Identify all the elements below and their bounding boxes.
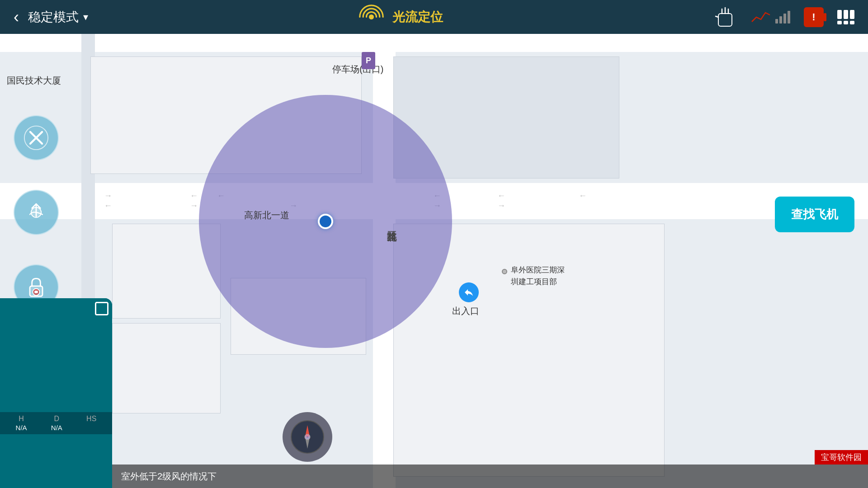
label-parking: 停车场(出口) (332, 63, 383, 75)
signal-bars (775, 11, 790, 23)
road-arrow-2: → (190, 201, 198, 211)
road-arrow-3: ← (190, 191, 198, 201)
telemetry-d-val: N/A (51, 424, 62, 432)
wind-notice-text: 室外低于2级风的情况下 (121, 470, 217, 483)
gesture-icon[interactable] (712, 5, 737, 29)
telemetry-row: H N/A D N/A HS (0, 412, 112, 434)
drone-position-dot (318, 214, 333, 229)
watermark-label: 宝哥软件园 (815, 450, 868, 465)
telemetry-h-val: N/A (16, 424, 27, 432)
mode-dropdown-arrow: ▾ (83, 11, 88, 23)
topbar-center: 光流定位 (358, 4, 443, 31)
telemetry-distance: D N/A (51, 415, 62, 432)
telemetry-h-key: H (19, 415, 24, 423)
battery-alert-symbol: ! (812, 11, 815, 23)
signal-chart-icon (751, 8, 790, 26)
road-arrow-4: ← (104, 201, 112, 211)
mode-selector[interactable]: 稳定模式 ▾ (28, 9, 88, 26)
svg-rect-1 (718, 14, 732, 26)
battery-icon: ! (804, 7, 824, 27)
hospital-marker-dot (502, 269, 507, 274)
rth-button[interactable] (14, 190, 59, 235)
map-view: → → ← ← ← → ← ← ← → → 国民技术大厦 停车场(出口) 高新北… (0, 34, 868, 488)
road-horizontal-top (0, 34, 868, 52)
telemetry-height: H N/A (16, 415, 27, 432)
road-arrow-9: ← (579, 191, 587, 201)
menu-grid-icon[interactable] (837, 10, 854, 24)
wind-notice-bar: 室外低于2级风的情况下 (112, 465, 868, 488)
location-mode-label: 光流定位 (392, 9, 443, 26)
building-bottom-left-3 (112, 323, 221, 413)
entry-icon (459, 282, 479, 302)
topbar-left: ‹ 稳定模式 ▾ (14, 9, 88, 26)
svg-point-0 (369, 14, 374, 19)
road-arrow-1: → (104, 191, 112, 201)
find-drone-button[interactable]: 查找飞机 (775, 197, 854, 232)
topbar-right: ! (712, 5, 854, 29)
camera-feed (0, 298, 112, 412)
bottom-camera-panel: H N/A D N/A HS (0, 298, 112, 488)
parking-icon: P (362, 52, 375, 69)
compass (283, 412, 332, 462)
svg-point-17 (305, 434, 310, 440)
telemetry-d-key: D (54, 415, 60, 423)
road-arrow-8: ← (497, 191, 505, 201)
mode-label: 稳定模式 (28, 9, 79, 26)
optical-flow-icon (358, 4, 385, 31)
road-arrow-11: → (497, 201, 505, 211)
label-guomin: 国民技术大厦 (7, 75, 61, 87)
label-hospital: 阜外医院三期深圳建工项目部 (511, 264, 565, 287)
back-button[interactable]: ‹ (14, 9, 19, 25)
topbar: ‹ 稳定模式 ▾ 光流定位 (0, 0, 868, 34)
telemetry-hs-key: HS (86, 415, 96, 423)
label-entry: 出入口 (452, 305, 479, 317)
camera-indicator (95, 302, 108, 315)
label-road-gaoxin: 高新北一道 (244, 209, 289, 221)
svg-rect-13 (34, 291, 38, 293)
cancel-button[interactable] (14, 115, 59, 160)
telemetry-hspeed: HS (86, 415, 96, 432)
